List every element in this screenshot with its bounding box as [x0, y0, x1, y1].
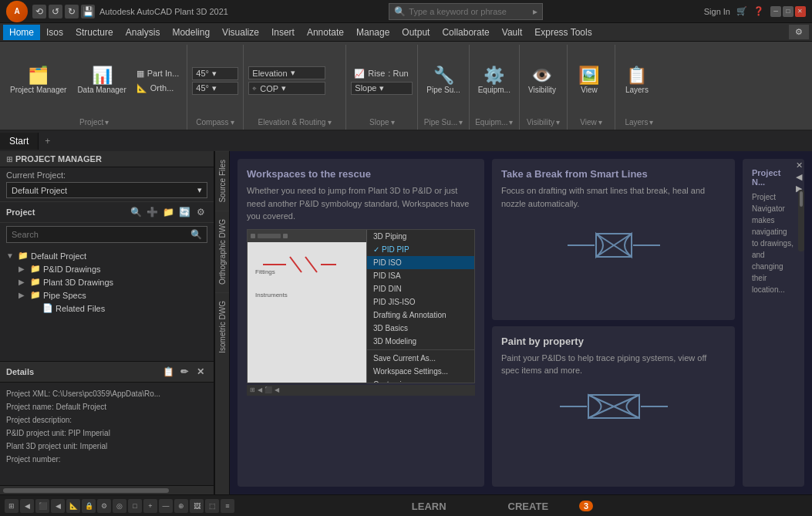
menu-collaborate[interactable]: Collaborate: [436, 25, 495, 40]
side-tab-ortho-dwg[interactable]: Orthographic DWG: [215, 211, 229, 292]
keyword-search-input[interactable]: [409, 7, 530, 16]
part-in-btn[interactable]: ▦ Part In...: [133, 67, 183, 80]
maximize-btn[interactable]: □: [783, 6, 793, 17]
ribbon-group-pipesu-label[interactable]: Pipe Su... ▾: [423, 116, 463, 128]
bottom-icon-8[interactable]: ◎: [113, 499, 126, 513]
ribbon-group-slope-label[interactable]: Slope ▾: [351, 116, 413, 128]
ws-item-pid-iso[interactable]: PID ISO: [367, 256, 474, 269]
ws-item-settings[interactable]: Workspace Settings...: [367, 365, 474, 378]
ws-item-drafting[interactable]: Drafting & Annotation: [367, 309, 474, 322]
tree-item-root[interactable]: ▼ 📁 Default Project: [0, 249, 214, 262]
menu-structure[interactable]: Structure: [69, 25, 120, 40]
menu-isos[interactable]: Isos: [40, 25, 69, 40]
menu-analysis[interactable]: Analysis: [120, 25, 167, 40]
ws-item-3d-modeling[interactable]: 3D Modeling: [367, 335, 474, 348]
slope-combo[interactable]: Slope ▾: [351, 82, 413, 95]
details-copy-btn[interactable]: 📋: [161, 365, 175, 379]
bottom-icon-13[interactable]: 🖼: [190, 499, 204, 513]
bottom-icon-5[interactable]: 📐: [66, 499, 80, 513]
visibility-btn[interactable]: 👁️ Visibility: [524, 65, 560, 97]
tab-start[interactable]: Start: [0, 133, 39, 150]
bottom-tab-create[interactable]: CREATE: [477, 496, 579, 515]
ribbon-group-equipment-label[interactable]: Equipm... ▾: [474, 116, 514, 128]
bottom-tab-learn[interactable]: LEARN: [381, 496, 477, 515]
pipesu-btn[interactable]: 🔧 Pipe Su...: [423, 65, 463, 97]
minimize-btn[interactable]: ─: [770, 6, 781, 17]
project-add-icon[interactable]: ➕: [145, 205, 159, 219]
bottom-icon-6[interactable]: 🔒: [82, 499, 96, 513]
card-close-btn[interactable]: ✕: [796, 160, 803, 170]
menu-modeling[interactable]: Modeling: [166, 25, 216, 40]
angle1-combo[interactable]: 45° ▾: [192, 67, 238, 80]
tree-item-plant3d-drawings[interactable]: ▶ 📁 Plant 3D Drawings: [0, 275, 214, 288]
angle2-combo[interactable]: 45° ▾: [192, 82, 238, 95]
side-tab-iso-dwg[interactable]: Isometric DWG: [215, 292, 229, 361]
signin-btn[interactable]: Sign In: [704, 7, 730, 16]
titlebar-search[interactable]: 🔍 ▸: [389, 3, 543, 20]
side-tab-source-files[interactable]: Source Files: [215, 151, 229, 211]
bottom-icon-14[interactable]: ⬚: [205, 499, 219, 513]
menu-visualize[interactable]: Visualize: [216, 25, 265, 40]
ws-item-pid-din[interactable]: PID DIN: [367, 282, 474, 295]
ribbon-group-elevation-label[interactable]: Elevation & Routing ▾: [248, 116, 341, 128]
orth-btn[interactable]: 📐 Orth...: [133, 82, 183, 95]
details-close-btn[interactable]: ✕: [194, 365, 207, 379]
project-search-icon[interactable]: 🔍: [129, 205, 143, 219]
bottom-icon-4[interactable]: ◀: [51, 499, 65, 513]
ribbon-group-project-label[interactable]: Project ▾: [6, 116, 182, 128]
project-manager-btn[interactable]: 🗂️ Project Manager: [6, 65, 70, 97]
bottom-icon-2[interactable]: ◀: [20, 499, 34, 513]
project-folder-icon[interactable]: 📁: [161, 205, 175, 219]
search-go-icon[interactable]: ▸: [533, 6, 537, 17]
ws-item-customize[interactable]: Customize...: [367, 378, 474, 383]
cop-combo[interactable]: ⌖ COP ▾: [248, 82, 325, 95]
menu-output[interactable]: Output: [396, 25, 436, 40]
card-prev-btn[interactable]: ◀: [796, 172, 803, 182]
bottom-icon-12[interactable]: ⊕: [174, 499, 188, 513]
menu-vault[interactable]: Vault: [496, 25, 528, 40]
project-refresh-icon[interactable]: 🔄: [177, 205, 191, 219]
tab-add[interactable]: +: [39, 133, 56, 150]
data-manager-btn[interactable]: 📊 Data Manager: [73, 65, 130, 97]
ws-item-pid-pip[interactable]: ✓ PID PIP: [367, 243, 474, 256]
menu-express-tools[interactable]: Express Tools: [528, 25, 598, 40]
tree-item-pid-drawings[interactable]: ▶ 📁 P&ID Drawings: [0, 262, 214, 275]
bottom-icon-11[interactable]: —: [159, 499, 173, 513]
menu-insert[interactable]: Insert: [265, 25, 301, 40]
project-search-input[interactable]: [12, 230, 187, 239]
save-btn[interactable]: 💾: [81, 5, 95, 19]
bottom-icon-1[interactable]: ⊞: [5, 499, 19, 513]
tree-item-related-files[interactable]: ▶ 📄 Related Files: [0, 302, 214, 315]
search-go-icon[interactable]: 🔍: [190, 229, 202, 240]
workspace-switcher-btn[interactable]: ⚙: [789, 25, 809, 39]
view-btn[interactable]: 🖼️ View: [572, 65, 606, 97]
undo-btn[interactable]: ↺: [49, 5, 62, 19]
ribbon-group-layers-label[interactable]: Layers ▾: [620, 116, 659, 128]
menu-manage[interactable]: Manage: [350, 25, 396, 40]
menu-home[interactable]: Home: [3, 25, 40, 40]
ws-item-3d-basics[interactable]: 3D Basics: [367, 322, 474, 335]
ribbon-group-view-label[interactable]: View ▾: [572, 116, 610, 128]
cart-btn[interactable]: 🛒: [736, 6, 747, 16]
redo-btn[interactable]: ↻: [65, 5, 79, 19]
left-panel-scrollbar[interactable]: [0, 485, 214, 494]
bottom-icon-15[interactable]: ≡: [221, 499, 234, 513]
bottom-icon-9[interactable]: □: [128, 499, 142, 513]
ws-item-3d-piping[interactable]: 3D Piping: [367, 230, 474, 243]
ribbon-group-visibility-label[interactable]: Visibility ▾: [524, 116, 562, 128]
card-scrollbar[interactable]: [798, 190, 804, 251]
ribbon-group-compass-label[interactable]: Compass ▾: [192, 116, 238, 128]
rise-btn[interactable]: 📈 Rise : Run: [351, 67, 413, 80]
project-search-box[interactable]: 🔍: [6, 226, 207, 243]
help-btn[interactable]: ❓: [753, 6, 764, 16]
equipment-btn[interactable]: ⚙️ Equipm...: [474, 65, 514, 97]
ws-item-save-current[interactable]: Save Current As...: [367, 352, 474, 365]
bottom-icon-10[interactable]: +: [143, 499, 157, 513]
close-btn[interactable]: ✕: [795, 6, 806, 17]
project-settings-icon[interactable]: ⚙: [194, 205, 207, 219]
layers-btn[interactable]: 📋 Layers: [620, 65, 654, 97]
elevation-combo[interactable]: Elevation ▾: [248, 66, 325, 79]
tree-item-pipe-specs[interactable]: ▶ 📁 Pipe Specs: [0, 288, 214, 302]
bottom-icon-7[interactable]: ⚙: [97, 499, 111, 513]
bottom-icon-3[interactable]: ⬛: [35, 499, 49, 513]
